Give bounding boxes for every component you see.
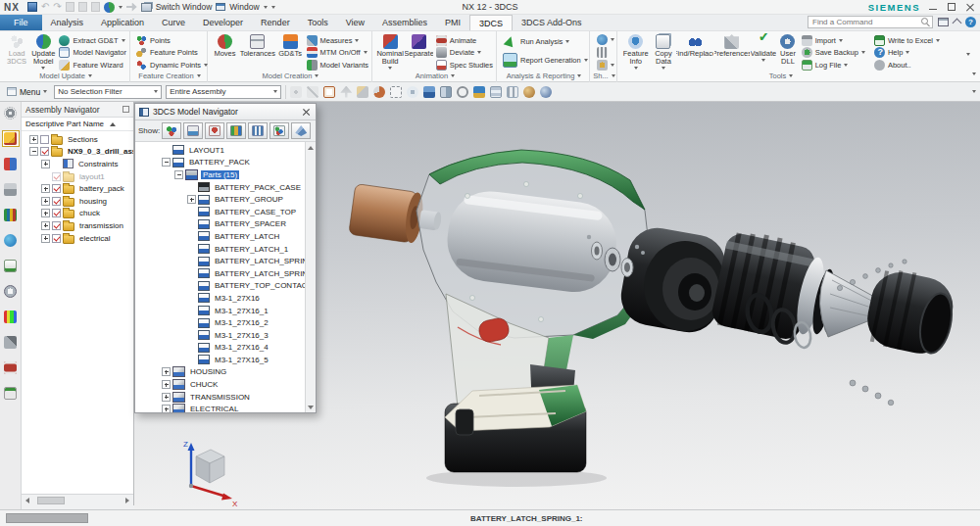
feature-points-button[interactable]: Feature Points bbox=[134, 47, 210, 60]
separate-button[interactable]: Separate bbox=[405, 33, 432, 58]
extract-gdt-button[interactable]: Extract GD&T bbox=[57, 34, 128, 47]
group-label-show[interactable]: Sh... bbox=[592, 71, 616, 81]
dcs-close-icon[interactable] bbox=[301, 107, 312, 118]
selection-filter-dropdown[interactable]: No Selection Filter bbox=[54, 85, 162, 99]
horizontal-scrollbar[interactable] bbox=[22, 494, 133, 505]
menu-tab[interactable]: 3DCS bbox=[469, 15, 513, 30]
switch-window-button[interactable]: Switch Window bbox=[156, 2, 213, 12]
find-command-input[interactable] bbox=[808, 16, 933, 28]
expand-toggle[interactable] bbox=[162, 393, 171, 402]
sketch-icon[interactable] bbox=[357, 86, 368, 98]
show-moves-button[interactable] bbox=[205, 122, 224, 139]
point-dialog-icon[interactable] bbox=[323, 86, 335, 98]
resource-bar-item[interactable] bbox=[2, 359, 20, 376]
menu-tab[interactable]: Developer bbox=[194, 15, 252, 30]
dcs-tree-row[interactable]: BATTERY_PACK_CASE bbox=[138, 181, 305, 194]
dcs-tree-row[interactable]: LAYOUT1 bbox=[138, 144, 305, 157]
dcs-tree-row[interactable]: CHUCK bbox=[138, 378, 305, 391]
scroll-left-button[interactable] bbox=[22, 495, 33, 505]
expand-toggle[interactable] bbox=[187, 195, 196, 204]
about-button[interactable]: About.. bbox=[872, 59, 942, 72]
tolerances-button[interactable]: Tolerances bbox=[239, 33, 276, 58]
assembly-tree-row[interactable]: transmission bbox=[24, 219, 133, 232]
redo-icon[interactable]: ↷ bbox=[53, 2, 61, 12]
moves-button[interactable]: Moves bbox=[212, 33, 238, 58]
dcs-tree-row[interactable]: BATTERY_LATCH_SPRING bbox=[138, 255, 305, 267]
dcs-tree-row[interactable]: BATTERY_PACK bbox=[138, 157, 305, 169]
expand-toggle[interactable] bbox=[41, 234, 50, 243]
show-hide-1-button[interactable] bbox=[595, 33, 616, 45]
dcs-tree-row[interactable]: M3-1_27X16_3 bbox=[138, 329, 305, 342]
grid-icon[interactable] bbox=[507, 86, 518, 98]
find-replace-button[interactable]: Find/Replace bbox=[676, 33, 712, 58]
window-menu-button[interactable]: Window bbox=[229, 2, 259, 12]
scrollbar-thumb[interactable] bbox=[37, 497, 65, 504]
paste-icon[interactable] bbox=[91, 2, 100, 12]
menu-tab[interactable]: View bbox=[337, 15, 373, 30]
help-menu-button[interactable]: Help bbox=[872, 47, 942, 60]
layers-icon[interactable] bbox=[490, 86, 502, 98]
show-measures-button[interactable] bbox=[226, 122, 246, 139]
expand-toggle[interactable] bbox=[29, 147, 38, 156]
resource-bar-item[interactable] bbox=[2, 130, 20, 147]
feature-info-button[interactable]: Feature Info bbox=[621, 33, 650, 70]
assembly-tree-row[interactable]: layout1 bbox=[24, 170, 133, 183]
window-split-icon[interactable] bbox=[440, 86, 452, 98]
resource-bar-item[interactable] bbox=[2, 309, 20, 325]
dcs-tree-row[interactable]: BATTERY_LATCH_SPRING_1 bbox=[138, 267, 305, 280]
show-gdt-button[interactable] bbox=[248, 122, 268, 139]
maximize-button[interactable] bbox=[946, 2, 957, 12]
resource-bar-item[interactable] bbox=[2, 334, 20, 351]
angle-icon[interactable] bbox=[307, 86, 318, 98]
resource-bar-item[interactable] bbox=[2, 385, 20, 402]
gearbox-part[interactable] bbox=[616, 223, 730, 337]
full-screen-icon[interactable] bbox=[938, 18, 949, 26]
dcs-tree-row[interactable]: HOUSING bbox=[138, 366, 305, 379]
group-label-model-update[interactable]: Model Update bbox=[2, 71, 129, 81]
dcs-tree-row[interactable]: BATTERY_TOP_CONTACT bbox=[138, 280, 305, 293]
model-navigator-button[interactable]: Model Navigator bbox=[57, 47, 128, 60]
show-mtm-button[interactable] bbox=[270, 122, 289, 139]
dcs-tree-row[interactable]: BATTERY_SPACER bbox=[138, 218, 305, 231]
dcs-tree-row[interactable]: BATTERY_CASE_TOP bbox=[138, 206, 305, 218]
import-button[interactable]: Import bbox=[800, 34, 867, 47]
resource-bar-item[interactable] bbox=[2, 232, 20, 249]
dcs-tree-row[interactable]: M3-1_27X16 bbox=[138, 292, 305, 305]
dcs-tree-row[interactable]: BATTERY_GROUP bbox=[138, 193, 305, 206]
rotate-view-icon[interactable] bbox=[373, 86, 385, 98]
validate-button[interactable]: Validate bbox=[751, 33, 777, 62]
nominal-build-button[interactable]: Nominal Build bbox=[376, 33, 404, 70]
write-to-excel-button[interactable]: Write to Excel bbox=[872, 34, 942, 47]
resource-bar-item[interactable] bbox=[2, 258, 20, 274]
assembly-tree-row[interactable]: housing bbox=[24, 195, 133, 208]
points-button[interactable]: Points bbox=[134, 34, 210, 47]
run-analysis-button[interactable]: Run Analysis bbox=[501, 33, 571, 49]
report-generation-button[interactable]: Report Generation bbox=[501, 52, 590, 68]
scroll-down-button[interactable] bbox=[306, 402, 316, 412]
rectangle-select-icon[interactable] bbox=[390, 86, 402, 98]
menu-tab[interactable]: Application bbox=[92, 15, 153, 30]
save-icon[interactable] bbox=[27, 2, 37, 12]
selection-scope-dropdown[interactable]: Entire Assembly bbox=[166, 85, 281, 99]
battery-part[interactable] bbox=[445, 385, 586, 472]
menu-tab[interactable]: Tools bbox=[299, 15, 337, 30]
copy-data-button[interactable]: Copy Data bbox=[651, 33, 675, 70]
save-backup-button[interactable]: Save Backup bbox=[800, 47, 867, 60]
vector-icon[interactable] bbox=[340, 86, 352, 98]
menu-tab[interactable]: Curve bbox=[153, 15, 194, 30]
visibility-checkbox[interactable] bbox=[52, 234, 61, 243]
solid-cube-icon[interactable] bbox=[423, 86, 435, 98]
feature-wizard-button[interactable]: Feature Wizard bbox=[57, 59, 128, 72]
dcs-tree-row[interactable]: TRANSMISSION bbox=[138, 391, 305, 404]
show-display-button[interactable] bbox=[291, 122, 311, 139]
model-variants-button[interactable]: Model Variants bbox=[305, 59, 370, 72]
window-menu-caret[interactable] bbox=[264, 6, 268, 9]
show-tolerances-button[interactable] bbox=[183, 122, 203, 139]
menu-tab[interactable]: Analysis bbox=[42, 15, 93, 30]
visibility-checkbox[interactable] bbox=[52, 209, 61, 217]
expand-toggle[interactable] bbox=[162, 158, 171, 167]
copy-icon[interactable] bbox=[78, 2, 87, 12]
orientation-triad[interactable]: Z X bbox=[183, 440, 238, 508]
spec-studies-button[interactable]: Spec Studies bbox=[434, 59, 495, 72]
expand-toggle[interactable] bbox=[29, 135, 38, 144]
